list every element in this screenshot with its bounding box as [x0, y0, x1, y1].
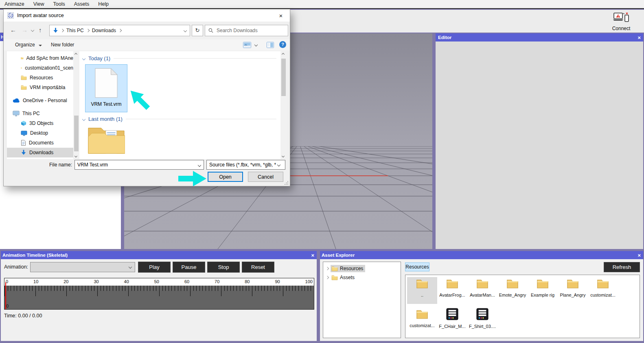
sidebar-item-folder[interactable]: customization01_scen: [7, 63, 73, 73]
scroll-up-icon[interactable]: [282, 53, 285, 56]
file-name-input[interactable]: [75, 160, 193, 169]
history-chevron-icon[interactable]: [31, 28, 34, 32]
help-icon[interactable]: ?: [279, 41, 286, 48]
folder-icon: [476, 279, 488, 289]
refresh-button[interactable]: Refresh: [604, 262, 640, 272]
breadcrumb-separator-icon[interactable]: [118, 29, 122, 32]
downloads-icon: [53, 28, 58, 33]
asset-explorer-title: Asset Explorer: [322, 253, 355, 258]
sidebar-item-this-pc[interactable]: This PC: [7, 109, 73, 118]
back-icon[interactable]: ←: [10, 26, 16, 33]
stop-button[interactable]: Stop: [207, 262, 240, 273]
menu-assets[interactable]: Assets: [70, 1, 94, 7]
folder-last-month-item[interactable]: [85, 125, 127, 156]
reset-button[interactable]: Reset: [242, 262, 274, 273]
asset-tree: Resources Assets: [323, 262, 401, 338]
sidebar-item-documents[interactable]: Documents: [7, 138, 73, 148]
menu-animaze[interactable]: Animaze: [0, 1, 29, 7]
asset-item-parent-dir[interactable]: ..: [407, 277, 437, 304]
animation-select[interactable]: [30, 262, 135, 272]
forward-icon[interactable]: →: [22, 26, 28, 33]
asset-item[interactable]: Example rig: [528, 279, 558, 297]
scrollbar-thumb[interactable]: [281, 59, 286, 96]
sidebar-item-desktop[interactable]: Desktop: [7, 128, 73, 138]
tab-resources[interactable]: Resources: [405, 262, 429, 271]
sidebar-item-3d-objects[interactable]: 3D Objects: [7, 118, 73, 128]
asset-item[interactable]: Emote_Angry: [497, 279, 528, 297]
breadcrumb-this-pc[interactable]: This PC: [66, 28, 84, 33]
sidebar-item-folder[interactable]: Add SpAc from MAne: [7, 53, 73, 63]
expand-chevron-icon[interactable]: [326, 276, 329, 279]
expand-chevron-icon[interactable]: [326, 267, 329, 270]
dialog-close-icon[interactable]: ×: [272, 12, 290, 19]
scrollbar-thumb[interactable]: [74, 116, 79, 151]
play-button[interactable]: Play: [138, 262, 171, 273]
sidebar-item-folder[interactable]: VRM import&bla: [7, 83, 73, 92]
scroll-down-icon[interactable]: [74, 155, 77, 157]
asset-item[interactable]: AvatarMan...: [467, 279, 497, 297]
cancel-button[interactable]: Cancel: [248, 172, 283, 182]
file-vrm-test[interactable]: VRM Test.vrm: [85, 64, 127, 112]
view-options-chevron-icon[interactable]: [254, 43, 258, 46]
open-button[interactable]: Open: [208, 172, 243, 182]
breadcrumb[interactable]: This PC Downloads: [49, 25, 190, 36]
refresh-icon[interactable]: ↻: [192, 25, 203, 36]
folder-icon: [567, 279, 579, 289]
desktop-icon: [21, 131, 27, 136]
editor-close-icon[interactable]: ×: [637, 35, 641, 41]
connect-button[interactable]: Connect: [608, 12, 634, 31]
asset-item[interactable]: F_CHair_M...: [437, 308, 467, 329]
asset-item[interactable]: customizat...: [407, 309, 437, 328]
filename-dropdown-icon[interactable]: [198, 164, 201, 167]
sidebar-item-downloads[interactable]: Downloads: [7, 148, 73, 157]
search-input[interactable]: [217, 28, 278, 33]
group-header-last-month[interactable]: Last month (1): [83, 116, 276, 122]
breadcrumb-downloads[interactable]: Downloads: [92, 28, 116, 33]
folder-icon: [597, 279, 609, 289]
asset-explorer-close-icon[interactable]: ×: [637, 252, 641, 258]
scroll-down-icon[interactable]: [282, 155, 285, 157]
timeline-close-icon[interactable]: ×: [311, 252, 314, 258]
timeline-title: Animation Timeline (Skeletal): [2, 253, 68, 258]
asset-item[interactable]: customizat...: [588, 279, 618, 297]
file-type-select[interactable]: Source files (*.fbx, *vrm, *glb, *: [206, 160, 285, 170]
resize-grip[interactable]: [285, 181, 289, 185]
folder-icon: [537, 279, 549, 289]
sidebar-scrollbar[interactable]: [73, 51, 79, 159]
group-collapse-icon[interactable]: [82, 57, 85, 60]
breadcrumb-separator-icon[interactable]: [86, 29, 89, 32]
scroll-up-icon[interactable]: [74, 53, 77, 56]
asset-explorer-titlebar: Asset Explorer ×: [320, 251, 643, 259]
playhead-frame-label: 0: [6, 304, 9, 308]
view-thumbnails-icon[interactable]: [243, 42, 251, 48]
sidebar-item-onedrive[interactable]: OneDrive - Personal: [7, 96, 73, 105]
timeline-playhead[interactable]: [5, 282, 6, 309]
file-name-combo[interactable]: [74, 160, 204, 170]
folder-icon: [416, 279, 428, 289]
folder-icon: [331, 266, 338, 271]
timeline-track[interactable]: 0 10 20 30 40 50 60 70 80 90 100 0: [4, 278, 314, 310]
sidebar-item-folder[interactable]: Resources: [7, 73, 73, 83]
up-icon[interactable]: ↑: [39, 26, 42, 33]
dialog-titlebar[interactable]: Import avatar source ×: [4, 9, 290, 22]
preview-pane-icon[interactable]: [267, 42, 274, 48]
new-folder-button[interactable]: New folder: [51, 42, 74, 48]
material-icon: [476, 308, 488, 320]
address-dropdown-icon[interactable]: [184, 29, 187, 32]
3d-objects-icon: [21, 120, 26, 126]
asset-item[interactable]: Plane_Angry: [558, 279, 588, 297]
menu-tools[interactable]: Tools: [49, 1, 70, 7]
pause-button[interactable]: Pause: [173, 262, 205, 273]
editor-title: Editor: [438, 35, 451, 40]
menu-view[interactable]: View: [29, 1, 49, 7]
asset-item[interactable]: F_Shirt_03....: [467, 308, 497, 329]
menu-help[interactable]: Help: [94, 1, 113, 7]
organize-button[interactable]: Organize: [15, 42, 42, 48]
asset-item[interactable]: AvatarFrog...: [437, 279, 467, 297]
search-box[interactable]: [205, 25, 288, 36]
group-collapse-icon[interactable]: [82, 117, 85, 120]
group-header-today[interactable]: Today (1): [83, 55, 276, 61]
tree-item-resources[interactable]: Resources: [323, 264, 401, 273]
tree-item-assets[interactable]: Assets: [323, 273, 401, 282]
filelist-scrollbar[interactable]: [280, 51, 287, 159]
